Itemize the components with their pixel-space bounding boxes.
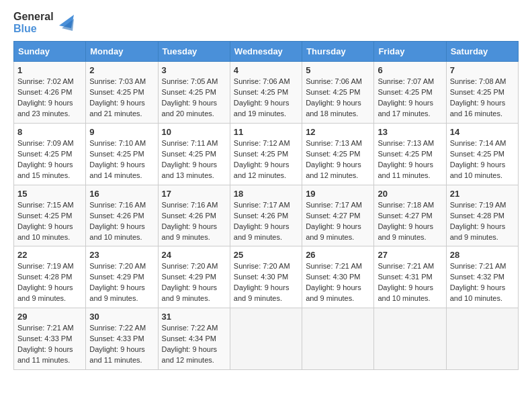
day-number: 12: [306, 127, 370, 137]
calendar-cell: 28 Sunrise: 7:21 AM Sunset: 4:32 PM Dayl…: [446, 246, 518, 308]
day-info: Sunrise: 7:07 AM Sunset: 4:25 PM Dayligh…: [378, 77, 434, 118]
calendar-cell: 12 Sunrise: 7:13 AM Sunset: 4:25 PM Dayl…: [302, 123, 374, 185]
calendar-cell: 21 Sunrise: 7:19 AM Sunset: 4:28 PM Dayl…: [446, 185, 518, 246]
calendar-cell: 31 Sunrise: 7:22 AM Sunset: 4:34 PM Dayl…: [158, 308, 230, 370]
day-number: 22: [17, 250, 82, 260]
day-info: Sunrise: 7:08 AM Sunset: 4:25 PM Dayligh…: [450, 77, 506, 118]
logo-general: General: [13, 11, 54, 23]
day-info: Sunrise: 7:13 AM Sunset: 4:25 PM Dayligh…: [378, 139, 434, 179]
day-number: 30: [89, 312, 154, 322]
calendar-week-1: 1 Sunrise: 7:02 AM Sunset: 4:26 PM Dayli…: [14, 62, 519, 124]
calendar-cell: 16 Sunrise: 7:16 AM Sunset: 4:26 PM Dayl…: [86, 185, 158, 246]
day-info: Sunrise: 7:17 AM Sunset: 4:27 PM Dayligh…: [306, 201, 362, 241]
day-number: 1: [17, 65, 82, 75]
calendar-cell: 5 Sunrise: 7:06 AM Sunset: 4:25 PM Dayli…: [302, 62, 374, 124]
calendar-cell: 11 Sunrise: 7:12 AM Sunset: 4:25 PM Dayl…: [230, 123, 302, 185]
calendar-cell: 13 Sunrise: 7:13 AM Sunset: 4:25 PM Dayl…: [374, 123, 446, 185]
logo: General Blue: [13, 11, 74, 34]
weekday-header-friday: Friday: [374, 42, 446, 62]
day-info: Sunrise: 7:21 AM Sunset: 4:32 PM Dayligh…: [450, 262, 506, 302]
day-info: Sunrise: 7:20 AM Sunset: 4:29 PM Dayligh…: [89, 262, 146, 302]
page-header: General Blue: [13, 11, 519, 34]
calendar-cell: 23 Sunrise: 7:20 AM Sunset: 4:29 PM Dayl…: [86, 246, 158, 308]
day-number: 21: [450, 189, 515, 199]
day-info: Sunrise: 7:18 AM Sunset: 4:27 PM Dayligh…: [378, 201, 434, 241]
day-info: Sunrise: 7:21 AM Sunset: 4:33 PM Dayligh…: [17, 324, 74, 364]
day-number: 28: [450, 250, 515, 260]
day-number: 25: [234, 250, 298, 260]
day-number: 10: [162, 127, 226, 137]
day-number: 3: [162, 65, 226, 75]
day-info: Sunrise: 7:05 AM Sunset: 4:25 PM Dayligh…: [162, 77, 218, 118]
calendar-cell: 9 Sunrise: 7:10 AM Sunset: 4:25 PM Dayli…: [86, 123, 158, 185]
day-number: 7: [450, 65, 515, 75]
calendar-table: SundayMondayTuesdayWednesdayThursdayFrid…: [13, 41, 519, 370]
weekday-header-saturday: Saturday: [446, 42, 518, 62]
day-info: Sunrise: 7:11 AM Sunset: 4:25 PM Dayligh…: [162, 139, 218, 179]
day-info: Sunrise: 7:19 AM Sunset: 4:28 PM Dayligh…: [450, 201, 506, 241]
day-info: Sunrise: 7:10 AM Sunset: 4:25 PM Dayligh…: [89, 139, 146, 179]
calendar-cell: 20 Sunrise: 7:18 AM Sunset: 4:27 PM Dayl…: [374, 185, 446, 246]
calendar-cell: 8 Sunrise: 7:09 AM Sunset: 4:25 PM Dayli…: [14, 123, 86, 185]
day-number: 26: [306, 250, 370, 260]
day-number: 23: [89, 250, 154, 260]
day-info: Sunrise: 7:13 AM Sunset: 4:25 PM Dayligh…: [306, 139, 362, 179]
calendar-cell: 25 Sunrise: 7:20 AM Sunset: 4:30 PM Dayl…: [230, 246, 302, 308]
weekday-header-sunday: Sunday: [14, 42, 86, 62]
day-number: 9: [89, 127, 154, 137]
calendar-cell: [374, 308, 446, 370]
calendar-cell: 30 Sunrise: 7:22 AM Sunset: 4:33 PM Dayl…: [86, 308, 158, 370]
calendar-cell: 3 Sunrise: 7:05 AM Sunset: 4:25 PM Dayli…: [158, 62, 230, 124]
calendar-cell: 4 Sunrise: 7:06 AM Sunset: 4:25 PM Dayli…: [230, 62, 302, 124]
calendar-cell: 2 Sunrise: 7:03 AM Sunset: 4:25 PM Dayli…: [86, 62, 158, 124]
day-number: 24: [162, 250, 226, 260]
day-number: 29: [17, 312, 82, 322]
weekday-row: SundayMondayTuesdayWednesdayThursdayFrid…: [14, 42, 519, 62]
day-info: Sunrise: 7:22 AM Sunset: 4:34 PM Dayligh…: [162, 324, 218, 364]
day-number: 18: [234, 189, 298, 199]
day-number: 2: [89, 65, 154, 75]
day-info: Sunrise: 7:03 AM Sunset: 4:25 PM Dayligh…: [89, 77, 146, 118]
calendar-cell: [446, 308, 518, 370]
calendar-cell: [302, 308, 374, 370]
day-info: Sunrise: 7:16 AM Sunset: 4:26 PM Dayligh…: [162, 201, 218, 241]
day-info: Sunrise: 7:22 AM Sunset: 4:33 PM Dayligh…: [89, 324, 146, 364]
day-info: Sunrise: 7:20 AM Sunset: 4:29 PM Dayligh…: [162, 262, 218, 302]
weekday-header-wednesday: Wednesday: [230, 42, 302, 62]
day-number: 27: [378, 250, 442, 260]
calendar-cell: 19 Sunrise: 7:17 AM Sunset: 4:27 PM Dayl…: [302, 185, 374, 246]
day-info: Sunrise: 7:21 AM Sunset: 4:30 PM Dayligh…: [306, 262, 362, 302]
day-number: 6: [378, 65, 442, 75]
calendar-cell: 15 Sunrise: 7:15 AM Sunset: 4:25 PM Dayl…: [14, 185, 86, 246]
day-info: Sunrise: 7:20 AM Sunset: 4:30 PM Dayligh…: [234, 262, 290, 302]
day-info: Sunrise: 7:17 AM Sunset: 4:26 PM Dayligh…: [234, 201, 290, 241]
day-number: 19: [306, 189, 370, 199]
calendar-cell: 6 Sunrise: 7:07 AM Sunset: 4:25 PM Dayli…: [374, 62, 446, 124]
day-number: 15: [17, 189, 82, 199]
day-number: 5: [306, 65, 370, 75]
day-info: Sunrise: 7:02 AM Sunset: 4:26 PM Dayligh…: [17, 77, 74, 118]
weekday-header-monday: Monday: [86, 42, 158, 62]
day-info: Sunrise: 7:19 AM Sunset: 4:28 PM Dayligh…: [17, 262, 74, 302]
calendar-cell: 27 Sunrise: 7:21 AM Sunset: 4:31 PM Dayl…: [374, 246, 446, 308]
day-info: Sunrise: 7:15 AM Sunset: 4:25 PM Dayligh…: [17, 201, 74, 241]
calendar-week-4: 22 Sunrise: 7:19 AM Sunset: 4:28 PM Dayl…: [14, 246, 519, 308]
calendar-cell: 17 Sunrise: 7:16 AM Sunset: 4:26 PM Dayl…: [158, 185, 230, 246]
calendar-cell: 22 Sunrise: 7:19 AM Sunset: 4:28 PM Dayl…: [14, 246, 86, 308]
day-number: 16: [89, 189, 154, 199]
day-info: Sunrise: 7:12 AM Sunset: 4:25 PM Dayligh…: [234, 139, 290, 179]
day-info: Sunrise: 7:06 AM Sunset: 4:25 PM Dayligh…: [306, 77, 362, 118]
logo-blue: Blue: [13, 23, 54, 35]
day-info: Sunrise: 7:16 AM Sunset: 4:26 PM Dayligh…: [89, 201, 146, 241]
calendar-week-5: 29 Sunrise: 7:21 AM Sunset: 4:33 PM Dayl…: [14, 308, 519, 370]
calendar-cell: 1 Sunrise: 7:02 AM Sunset: 4:26 PM Dayli…: [14, 62, 86, 124]
weekday-header-thursday: Thursday: [302, 42, 374, 62]
day-info: Sunrise: 7:14 AM Sunset: 4:25 PM Dayligh…: [450, 139, 506, 179]
day-info: Sunrise: 7:09 AM Sunset: 4:25 PM Dayligh…: [17, 139, 74, 179]
calendar-body: 1 Sunrise: 7:02 AM Sunset: 4:26 PM Dayli…: [14, 62, 519, 370]
calendar-cell: 24 Sunrise: 7:20 AM Sunset: 4:29 PM Dayl…: [158, 246, 230, 308]
weekday-header-tuesday: Tuesday: [158, 42, 230, 62]
day-number: 20: [378, 189, 442, 199]
calendar-cell: 26 Sunrise: 7:21 AM Sunset: 4:30 PM Dayl…: [302, 246, 374, 308]
calendar-week-2: 8 Sunrise: 7:09 AM Sunset: 4:25 PM Dayli…: [14, 123, 519, 185]
